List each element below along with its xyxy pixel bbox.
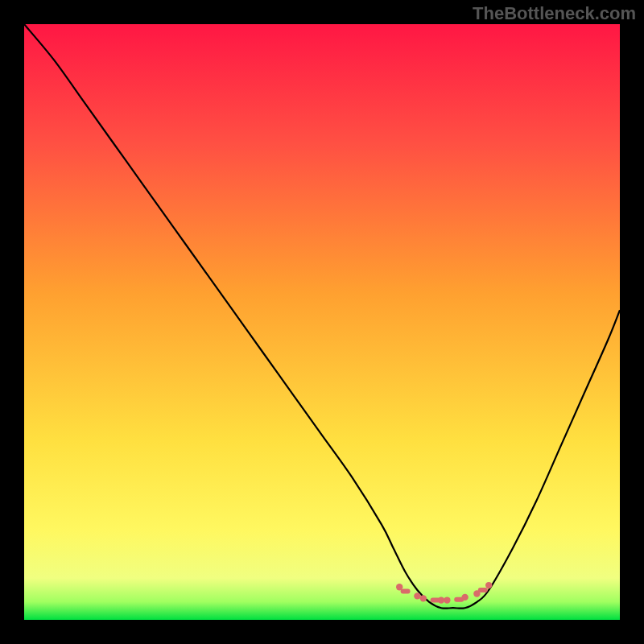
plot-area [24,24,620,620]
svg-point-6 [444,597,450,603]
svg-point-11 [485,582,492,588]
chart-svg [24,24,620,620]
svg-rect-1 [401,588,411,593]
svg-point-8 [461,594,468,601]
svg-rect-10 [478,588,488,592]
svg-point-5 [438,597,444,603]
watermark-text: TheBottleneck.com [473,3,636,24]
chart-container: TheBottleneck.com [0,0,644,644]
svg-point-2 [414,592,420,599]
svg-point-3 [420,595,427,601]
gradient-background [24,24,620,620]
